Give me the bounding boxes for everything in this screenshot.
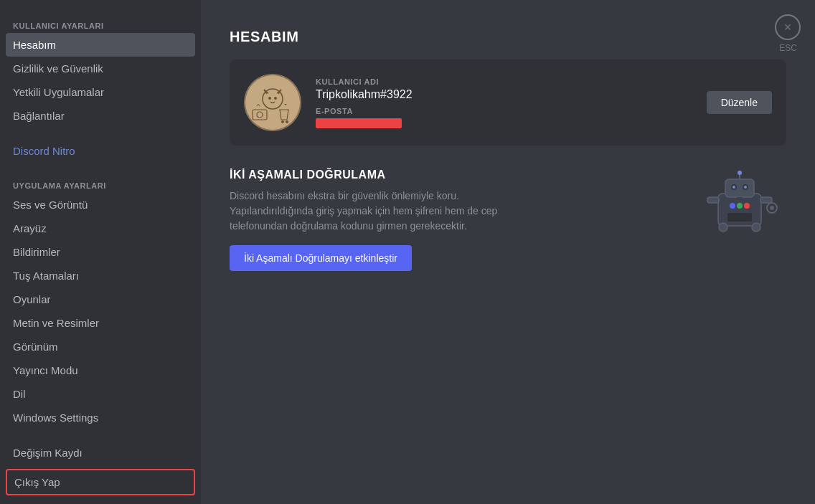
sidebar-item-nitro[interactable]: Discord Nitro bbox=[6, 139, 195, 163]
username-value: Tripkolikahm#3922 bbox=[316, 88, 772, 101]
sidebar-item-logout-label: Çıkış Yap bbox=[14, 476, 60, 488]
svg-point-21 bbox=[737, 203, 743, 209]
svg-point-9 bbox=[281, 120, 284, 123]
twofa-description: Discord hesabını ekstra bir güvenlik önl… bbox=[230, 189, 538, 234]
svg-point-5 bbox=[268, 97, 271, 100]
sidebar-item-logout[interactable]: Çıkış Yap bbox=[6, 469, 195, 495]
svg-point-25 bbox=[752, 223, 760, 232]
sidebar-item-baglantılar-label: Bağlantılar bbox=[13, 110, 65, 122]
svg-rect-26 bbox=[707, 197, 719, 203]
sidebar-item-metin-label: Metin ve Resimler bbox=[13, 317, 99, 329]
sidebar-item-baglantılar[interactable]: Bağlantılar bbox=[6, 104, 195, 128]
esc-label: ESC bbox=[779, 43, 797, 53]
email-redacted-value bbox=[316, 118, 402, 128]
sidebar-item-gizlilik[interactable]: Gizlilik ve Güvenlik bbox=[6, 57, 195, 80]
svg-point-29 bbox=[770, 206, 774, 210]
sidebar-item-yetkili-label: Yetkili Uygulamalar bbox=[13, 86, 104, 98]
svg-point-24 bbox=[719, 223, 727, 232]
twofa-illustration bbox=[693, 168, 786, 233]
svg-rect-23 bbox=[727, 213, 752, 222]
svg-point-18 bbox=[738, 171, 742, 175]
sidebar-item-degisim-label: Değişim Kaydı bbox=[13, 447, 83, 459]
sidebar-item-hesabim[interactable]: Hesabım bbox=[6, 33, 195, 57]
svg-rect-19 bbox=[737, 197, 743, 201]
username-label: KULLANICI ADI bbox=[316, 77, 772, 86]
sidebar-item-degisim[interactable]: Değişim Kaydı bbox=[6, 441, 195, 465]
sidebar-section-app: UYGULAMA AYARLARI bbox=[6, 177, 195, 193]
svg-point-22 bbox=[744, 203, 750, 209]
avatar bbox=[244, 74, 301, 131]
main-content: HESABIM bbox=[201, 0, 815, 504]
sidebar-item-dil[interactable]: Dil bbox=[6, 382, 195, 406]
sidebar-section-user: KULLANICI AYARLARI bbox=[6, 17, 195, 33]
sidebar-item-nitro-label: Discord Nitro bbox=[13, 145, 75, 157]
sidebar-item-oyunlar-label: Oyunlar bbox=[13, 293, 51, 305]
sidebar-item-oyunlar[interactable]: Oyunlar bbox=[6, 287, 195, 311]
twofa-title: İKİ AŞAMALI DOĞRULAMA bbox=[230, 168, 679, 181]
svg-rect-27 bbox=[760, 197, 772, 203]
twofa-button[interactable]: İki Aşamalı Doğrulamayı etkinleştir bbox=[230, 245, 412, 271]
svg-point-6 bbox=[274, 97, 277, 100]
sidebar-item-gizlilik-label: Gizlilik ve Güvenlik bbox=[13, 62, 103, 75]
account-card: KULLANICI ADI Tripkolikahm#3922 E-POSTA … bbox=[230, 60, 786, 146]
svg-point-20 bbox=[730, 203, 735, 209]
sidebar-item-arayuz[interactable]: Arayüz bbox=[6, 217, 195, 240]
page-title: HESABIM bbox=[230, 29, 786, 45]
sidebar-item-hesabim-label: Hesabım bbox=[13, 39, 56, 51]
sidebar-item-yetkili[interactable]: Yetkili Uygulamalar bbox=[6, 80, 195, 104]
sidebar-item-ses[interactable]: Ses ve Görüntü bbox=[6, 193, 195, 217]
email-label: E-POSTA bbox=[316, 107, 772, 115]
twofa-section: İKİ AŞAMALI DOĞRULAMA Discord hesabını e… bbox=[230, 168, 786, 271]
svg-point-10 bbox=[286, 120, 288, 123]
sidebar-item-dil-label: Dil bbox=[13, 388, 26, 400]
sidebar-item-tus[interactable]: Tuş Atamaları bbox=[6, 264, 195, 287]
sidebar-item-arayuz-label: Arayüz bbox=[13, 222, 47, 234]
edit-button[interactable]: Düzenle bbox=[707, 91, 772, 114]
sidebar-item-gorunum[interactable]: Görünüm bbox=[6, 335, 195, 358]
sidebar-item-yayinci[interactable]: Yayıncı Modu bbox=[6, 358, 195, 382]
twofa-content: İKİ AŞAMALI DOĞRULAMA Discord hesabını e… bbox=[230, 168, 679, 271]
sidebar-item-gorunum-label: Görünüm bbox=[13, 341, 58, 353]
sidebar-item-windows-label: Windows Settings bbox=[13, 412, 98, 424]
sidebar-item-yayinci-label: Yayıncı Modu bbox=[13, 364, 78, 376]
account-info: KULLANICI ADI Tripkolikahm#3922 E-POSTA bbox=[316, 77, 772, 128]
sidebar: KULLANICI AYARLARI Hesabım Gizlilik ve G… bbox=[0, 0, 201, 504]
sidebar-item-metin[interactable]: Metin ve Resimler bbox=[6, 311, 195, 335]
social-icons-row bbox=[6, 498, 195, 504]
sidebar-item-windows[interactable]: Windows Settings bbox=[6, 406, 195, 429]
svg-point-15 bbox=[732, 186, 735, 189]
sidebar-item-bildirimler[interactable]: Bildirimler bbox=[6, 240, 195, 264]
svg-rect-12 bbox=[725, 179, 754, 197]
sidebar-item-ses-label: Ses ve Görüntü bbox=[13, 199, 88, 211]
close-button[interactable]: × bbox=[775, 14, 801, 40]
sidebar-item-bildirimler-label: Bildirimler bbox=[13, 246, 60, 258]
svg-point-16 bbox=[744, 186, 747, 189]
sidebar-item-tus-label: Tuş Atamaları bbox=[13, 270, 79, 282]
